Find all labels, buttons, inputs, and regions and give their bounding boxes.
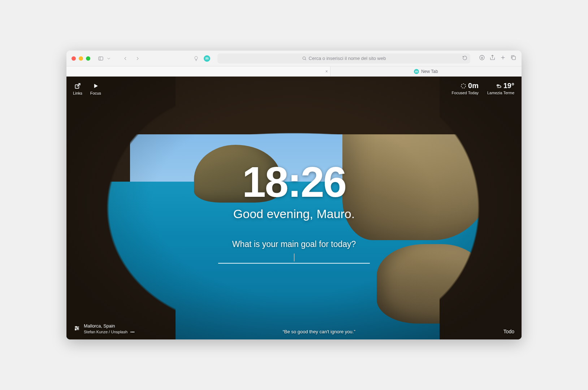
goal-question: What is your main goal for today? [66,239,522,249]
play-icon [92,82,99,90]
sidebar-dropdown-button[interactable] [106,54,111,63]
back-button[interactable] [121,54,130,63]
weather-label: Lamezia Terme [487,91,514,95]
address-placeholder: Cerca o inserisci il nome del sito web [309,56,386,61]
window-controls [72,56,90,61]
focus-widget[interactable]: Focus [90,82,101,95]
links-label: Links [73,91,82,95]
focus-label: Focus [90,91,101,95]
svg-point-17 [75,326,77,328]
tab-active[interactable]: × [66,66,330,76]
weather-icon [496,83,502,89]
search-icon [302,56,307,61]
links-widget[interactable]: Links [73,82,82,95]
sidebar-toggle-button[interactable] [96,54,105,63]
address-bar[interactable]: Cerca o inserisci il nome del sito web [217,53,470,64]
toolbar: m Cerca o inserisci il nome del sito web [66,51,522,66]
svg-point-2 [303,57,306,60]
new-tab-page: Links Focus 0m Focused Today 19° [66,77,522,339]
goal-input[interactable] [218,253,370,264]
svg-marker-11 [94,84,98,88]
settings-button[interactable] [74,325,80,333]
weather-widget[interactable]: 19° Lamezia Terme [487,82,514,95]
close-tab-button[interactable]: × [325,69,328,74]
downloads-button[interactable] [479,55,485,62]
forward-button[interactable] [133,54,142,63]
svg-point-19 [75,329,76,330]
photo-location[interactable]: Mallorca, Spain [84,323,135,329]
more-button[interactable]: ••• [130,329,135,334]
focus-ring-icon [460,83,467,89]
focused-today-widget[interactable]: 0m Focused Today [452,82,479,95]
clock: 18:26 [66,161,522,203]
close-window-button[interactable] [72,56,76,61]
new-tab-button[interactable] [500,55,506,62]
reload-button[interactable] [462,55,467,61]
weather-value: 19° [503,82,514,90]
svg-point-18 [77,328,78,329]
tab-label: New Tab [421,69,438,74]
focused-value: 0m [468,82,479,90]
bulb-icon[interactable] [191,54,201,63]
external-link-icon [74,82,81,90]
focused-label: Focused Today [452,91,479,95]
tab-bar: × ΛWCW𝕏f m New Tab [66,66,522,77]
svg-point-12 [461,84,466,88]
photo-credit[interactable]: Stefan Kunze / Unsplash [84,329,127,334]
svg-rect-0 [99,57,103,60]
todo-button[interactable]: Todo [503,329,514,334]
minimize-window-button[interactable] [79,56,83,61]
svg-rect-9 [512,56,515,60]
tab-favicon: m [414,69,419,74]
tab-overview-button[interactable] [510,55,516,62]
tab-secondary[interactable]: m New Tab [330,66,522,76]
share-button[interactable] [489,55,496,62]
svg-line-3 [305,59,306,60]
fullscreen-window-button[interactable] [86,56,90,61]
profile-avatar[interactable]: m [204,55,210,62]
greeting: Good evening, Mauro. [66,207,522,221]
browser-window: m Cerca o inserisci il nome del sito web [66,51,522,339]
quote[interactable]: “Be so good they can't ignore you.” [283,329,355,334]
